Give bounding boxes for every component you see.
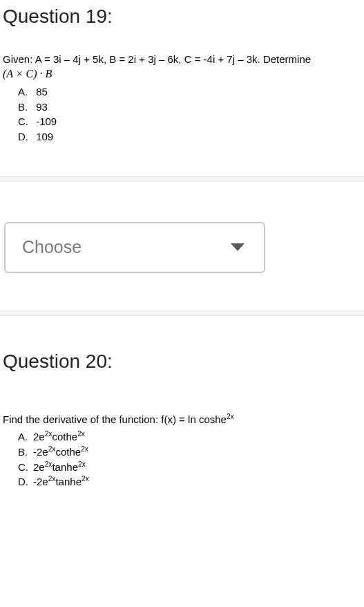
q19-option-d[interactable]: D. 109 [18, 129, 361, 144]
q20-prompt-sup: 2x [227, 413, 234, 420]
option-pre: -2e [33, 446, 48, 458]
dropdown-container: Choose [0, 182, 364, 301]
q19-option-a[interactable]: A. 85 [18, 84, 361, 100]
option-pre: -2e [33, 476, 48, 487]
q19-prompt: Given: A = 3i – 4j + 5k, B = 2i + 3j – 6… [3, 53, 361, 82]
option-sup2: 2x [77, 430, 85, 438]
option-letter: B. [18, 100, 33, 115]
answer-dropdown[interactable]: Choose [4, 222, 265, 273]
q20-option-c[interactable]: C.2e2xtanhe2x [18, 460, 361, 475]
q20-prompt: Find the derivative of the function: f(x… [3, 413, 361, 427]
option-sup1: 2x [48, 445, 56, 453]
q20-option-d[interactable]: D.-2e2xtanhe2x [18, 474, 361, 489]
chevron-down-icon [231, 243, 245, 251]
option-sup1: 2x [48, 475, 56, 483]
option-letter: D. [18, 474, 33, 489]
option-letter: C. [18, 460, 33, 475]
section-divider [0, 310, 364, 316]
q20-prompt-text: Find the derivative of the function: f(x… [3, 413, 227, 425]
option-text: 85 [36, 86, 48, 97]
option-letter: C. [18, 114, 33, 129]
option-mid: cothe [52, 431, 77, 442]
q19-prompt-line2: (A × C) · B [3, 68, 52, 80]
option-sup1: 2x [45, 460, 52, 468]
option-letter: B. [18, 445, 33, 460]
option-text: 109 [36, 131, 53, 142]
question-19-title: Question 19: [0, 0, 364, 37]
q20-options: A.2e2xcothe2x B.-2e2xcothe2x C.2e2xtanhe… [3, 429, 361, 489]
q20-option-b[interactable]: B.-2e2xcothe2x [18, 445, 361, 460]
question-19-body: Given: A = 3i – 4j + 5k, B = 2i + 3j – 6… [0, 37, 364, 150]
option-sup2: 2x [81, 445, 88, 453]
option-letter: D. [18, 129, 33, 144]
q20-option-a[interactable]: A.2e2xcothe2x [18, 429, 361, 445]
option-text: -109 [36, 115, 57, 127]
option-pre: 2e [33, 431, 45, 442]
option-mid: tanhe [52, 461, 78, 473]
q19-prompt-line1: Given: A = 3i – 4j + 5k, B = 2i + 3j – 6… [3, 53, 311, 65]
q19-option-c[interactable]: C. -109 [18, 114, 361, 129]
option-text: 93 [36, 101, 48, 113]
dropdown-placeholder: Choose [22, 237, 82, 257]
question-20-body: Find the derivative of the function: f(x… [0, 382, 364, 489]
question-20-title: Question 20: [0, 316, 364, 382]
option-sup1: 2x [45, 430, 52, 438]
option-mid: tanhe [55, 476, 82, 487]
option-sup2: 2x [82, 475, 89, 483]
option-sup2: 2x [78, 460, 86, 468]
q19-option-b[interactable]: B. 93 [18, 100, 361, 115]
q19-options: A. 85 B. 93 C. -109 D. 109 [3, 84, 361, 144]
option-letter: A. [18, 429, 33, 445]
option-pre: 2e [33, 461, 45, 473]
option-letter: A. [18, 84, 33, 100]
option-mid: cothe [55, 446, 81, 458]
section-divider [0, 176, 364, 182]
